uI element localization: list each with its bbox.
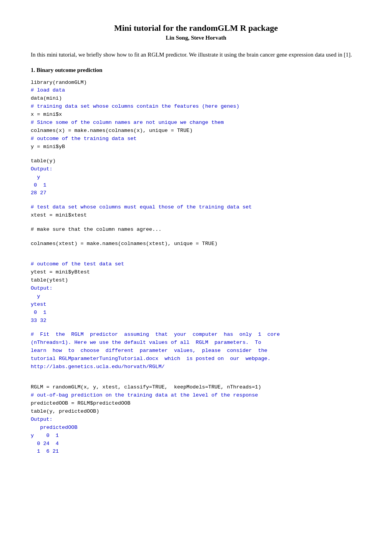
- code-block-3: # test data set whose columns must equal…: [31, 203, 361, 220]
- code-line: predictedOOB = RGLM$predictedOOB: [31, 400, 130, 406]
- code-output: y: [31, 174, 40, 180]
- code-line: xtest = mini$xtest: [31, 212, 87, 218]
- code-line: table(y, predictedOOB): [31, 408, 99, 414]
- code-line: colnames(x) = make.names(colnames(x), un…: [31, 128, 193, 133]
- code-line: y = mini$yB: [31, 144, 65, 150]
- code-comment: # out-of-bag prediction on the training …: [31, 392, 258, 398]
- code-block-4: # make sure that the column names agree.…: [31, 226, 361, 234]
- code-line: data(mini): [31, 95, 62, 101]
- code-comment: # load data: [31, 87, 65, 93]
- code-block-6: # outcome of the test data set ytest = m…: [31, 260, 361, 325]
- code-line: table(ytest): [31, 277, 68, 283]
- code-output: 0 24 4: [31, 441, 59, 447]
- code-output: Output:: [31, 417, 53, 422]
- code-comment: # Since some of the column names are not…: [31, 120, 224, 125]
- code-line: x = mini$x: [31, 112, 62, 117]
- code-comment: # Fit the RGLM predictor assuming that y…: [31, 332, 280, 337]
- code-line: colnames(xtest) = make.names(colnames(xt…: [31, 241, 218, 247]
- code-comment: # outcome of the training data set: [31, 136, 136, 142]
- code-block-1: library(randomGLM) # load data data(mini…: [31, 79, 361, 151]
- code-comment: # test data set whose columns must equal…: [31, 204, 252, 210]
- code-output: ytest: [31, 302, 47, 307]
- code-line: ytest = mini$yBtest: [31, 269, 90, 275]
- code-line: library(randomGLM): [31, 80, 87, 85]
- code-line: RGLM = randomGLM(x, y, xtest, classify=T…: [31, 384, 261, 390]
- code-output: y: [31, 293, 40, 299]
- code-comment: tutorial RGLMparameterTuningTutorial.doc…: [31, 356, 271, 362]
- code-comment: # training data set whose columns contai…: [31, 103, 239, 109]
- code-block-2: table(y) Output: y 0 1 28 27: [31, 157, 361, 198]
- page-title: Mini tutorial for the randomGLM R packag…: [31, 23, 361, 33]
- code-block-7: # Fit the RGLM predictor assuming that y…: [31, 331, 361, 371]
- code-output: 28 27: [31, 190, 47, 196]
- code-output: Output:: [31, 285, 53, 291]
- code-comment: http://labs.genetics.ucla.edu/horvath/RG…: [31, 364, 164, 370]
- code-comment: # outcome of the test data set: [31, 261, 124, 267]
- code-output: y 0 1: [31, 433, 59, 438]
- code-output: 0 1: [31, 310, 47, 315]
- code-block-8: RGLM = randomGLM(x, y, xtest, classify=T…: [31, 383, 361, 456]
- code-line: table(y): [31, 158, 56, 164]
- code-comment: learn how to choose different parameter …: [31, 348, 267, 353]
- code-output: predictedOOB: [31, 425, 78, 430]
- section-1-heading: 1. Binary outcome prediction: [31, 67, 361, 73]
- code-output: Output:: [31, 166, 53, 172]
- code-block-5: colnames(xtest) = make.names(colnames(xt…: [31, 240, 361, 248]
- intro-paragraph: In this mini tutorial, we briefly show h…: [31, 50, 361, 59]
- code-comment: (nThreads=1). Here we use the default va…: [31, 340, 261, 345]
- page-subtitle: Lin Song, Steve Horvath: [31, 35, 361, 41]
- code-line: # make sure that the column names agree.…: [31, 227, 161, 232]
- code-output: 1 6 21: [31, 448, 59, 454]
- code-output: 33 32: [31, 318, 47, 323]
- code-output: 0 1: [31, 182, 47, 188]
